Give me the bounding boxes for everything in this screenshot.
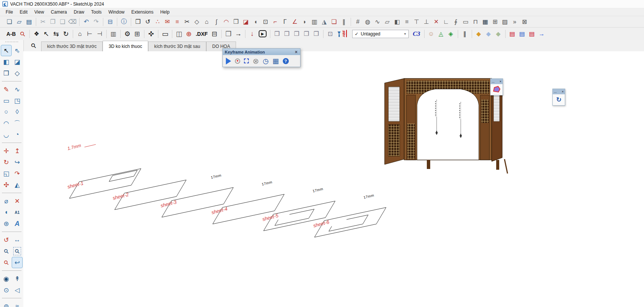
keyframe-palette-titlebar[interactable]: Keyframe Animation × xyxy=(223,49,300,55)
orbit-tool-button[interactable]: ↻ xyxy=(556,96,561,104)
position-camera-tool[interactable]: ◉ xyxy=(1,273,12,284)
scale-tool[interactable]: ◱ xyxy=(1,168,12,179)
axes-box-4-button[interactable]: ❒ xyxy=(302,29,311,38)
3d-model-partition[interactable] xyxy=(385,78,508,173)
zoom-window-tool[interactable]: ⚲ xyxy=(12,246,23,257)
line-tool[interactable]: ✎ xyxy=(1,84,12,95)
two-point-arc-tool[interactable]: ⌒ xyxy=(12,118,23,129)
plugin-hatch-icon[interactable]: ▨ xyxy=(500,17,510,26)
tag-tool[interactable]: ◇ xyxy=(12,68,23,79)
plugin-shape-icon[interactable]: ⌂ xyxy=(202,17,212,26)
rotated-rectangle-tool[interactable]: ◳ xyxy=(12,95,23,106)
paint-bucket-tool[interactable]: ◧ xyxy=(1,56,12,68)
export-video-button[interactable]: ▦ xyxy=(272,58,279,64)
arc-tool[interactable]: ◠ xyxy=(1,118,12,129)
menu-file[interactable]: File xyxy=(2,9,16,15)
rect-tool-button[interactable]: ▭ xyxy=(160,29,170,38)
axes-tool[interactable]: ✣ xyxy=(1,179,12,190)
cancel-button[interactable]: ⊗ xyxy=(253,57,259,65)
3d-text-tool[interactable]: A xyxy=(12,218,23,229)
polygon-tool[interactable]: ◊ xyxy=(12,106,23,118)
plugin-slats-icon[interactable]: # xyxy=(353,17,363,26)
plugin-louver-icon[interactable]: » xyxy=(510,17,520,26)
dimension-tool[interactable]: ✕ xyxy=(12,195,23,207)
walk-tool[interactable]: ↟ xyxy=(12,273,23,284)
red-crosshair-button[interactable]: ⊕ xyxy=(184,29,194,38)
lasso-select-tool[interactable]: ⇖ xyxy=(12,45,23,56)
cube-blue-button[interactable]: ◆ xyxy=(484,29,494,38)
cube-green-button[interactable]: ◆ xyxy=(494,29,503,38)
plugin-stairs-icon[interactable]: ∟ xyxy=(441,17,451,26)
tab-kich-thuoc-3d-mat-sau[interactable]: kích thước 3D mặt sau xyxy=(148,41,206,51)
eraser-tool[interactable]: ◪ xyxy=(12,56,23,68)
menu-extensions[interactable]: Extensions xyxy=(128,9,157,15)
plugin-drop-icon[interactable]: ⊥ xyxy=(422,17,431,26)
open-file-button[interactable]: ▱ xyxy=(14,17,24,26)
tab-kich-thuoc-3d-mat-truoc[interactable]: kich thước 3D mặt trước xyxy=(41,41,103,51)
plugin-screen-icon[interactable]: ▭ xyxy=(461,17,471,26)
menu-edit[interactable]: Edit xyxy=(16,9,31,15)
search-icon[interactable]: ⚲ xyxy=(26,42,41,50)
plugin-note-icon[interactable]: ❒ xyxy=(133,17,143,26)
axes-box-3-button[interactable]: ❒ xyxy=(292,29,302,38)
plugin-spiral-icon[interactable]: ∮ xyxy=(451,17,461,26)
copy-button[interactable]: ❐ xyxy=(48,17,58,26)
swap-arrows-button[interactable]: ⇆ xyxy=(51,29,61,38)
rotate-cw-button[interactable]: ↻ xyxy=(61,29,71,38)
redo-button[interactable]: ↷ xyxy=(91,17,101,26)
download-red-button[interactable]: ↓ xyxy=(247,29,257,38)
plugin-dome-icon[interactable]: ◖ xyxy=(251,17,261,26)
abf-tag-button[interactable]: ❖ xyxy=(32,29,41,38)
close-icon[interactable]: × xyxy=(562,90,564,94)
flip-tool[interactable]: ◭ xyxy=(12,179,23,190)
plugin-frame-icon[interactable]: ⊓ xyxy=(471,17,480,26)
play-export-button[interactable]: ▶ xyxy=(259,30,267,37)
plugin-cylinder-grid-icon[interactable]: ▥ xyxy=(310,17,319,26)
push-pull-tool[interactable]: ↥ xyxy=(12,145,23,157)
plugin-sail-icon[interactable]: ◮ xyxy=(319,17,329,26)
cutlist-table-button[interactable]: ⊞ xyxy=(132,29,142,38)
green-drop-button[interactable]: ◬ xyxy=(436,29,446,38)
close-icon[interactable]: × xyxy=(294,49,298,55)
plugin-box-cut-icon[interactable]: ❒ xyxy=(231,17,241,26)
menu-help[interactable]: Help xyxy=(157,9,173,15)
tags-dropdown[interactable]: ✓ Untagged ▾ xyxy=(352,30,409,38)
layer-s-blue-button[interactable]: ▤ xyxy=(517,29,527,38)
layer-s-arrow-button[interactable]: → xyxy=(537,29,547,38)
cut-button[interactable]: ✂ xyxy=(38,17,48,26)
menu-camera[interactable]: Camera xyxy=(48,9,71,15)
fog-tool[interactable]: ≈ xyxy=(12,301,23,307)
mini-palette-titlebar[interactable]: ... × xyxy=(553,89,565,94)
offset-tool[interactable]: ↷ xyxy=(12,168,23,179)
print-button[interactable]: ⊟ xyxy=(105,17,115,26)
plugin-bend-icon[interactable]: ∫ xyxy=(212,17,221,26)
layer-s-red2-button[interactable]: ▤ xyxy=(527,29,537,38)
plugin-thicken-icon[interactable]: ◗ xyxy=(300,17,310,26)
rectangle-tool[interactable]: ▭ xyxy=(1,95,12,106)
plugin-screw-icon[interactable]: ⊤ xyxy=(412,17,422,26)
move-tool[interactable]: ✛ xyxy=(1,145,12,157)
move-point-button[interactable]: ✜ xyxy=(146,29,156,38)
plugin-face-knife-icon[interactable]: ◪ xyxy=(241,17,251,26)
small-box-button[interactable]: ⊡ xyxy=(325,29,335,38)
axes-box-1-button[interactable]: ❒ xyxy=(272,29,282,38)
stopwatch-button[interactable]: ◷ xyxy=(263,58,269,64)
erase-button[interactable]: ⌫ xyxy=(67,17,77,26)
plugin-chain-icon[interactable]: ∿ xyxy=(373,17,382,26)
three-point-arc-tool[interactable]: ◡ xyxy=(1,129,12,140)
align-edge-2-button[interactable]: ⊣ xyxy=(95,29,104,38)
undo-button[interactable]: ↶ xyxy=(81,17,91,26)
previous-view-tool[interactable]: ↩ xyxy=(12,257,23,268)
red-zoom-button[interactable]: ⚲ xyxy=(16,27,29,40)
plugin-wall-panel-icon[interactable]: ▦ xyxy=(480,17,490,26)
box-export-button[interactable]: ❒ xyxy=(224,29,233,38)
flip-face-button[interactable]: ⌂ xyxy=(75,29,85,38)
plugin-flatten-icon[interactable]: ❏ xyxy=(329,17,339,26)
axes-box-2-button[interactable]: ❒ xyxy=(282,29,292,38)
section-tool[interactable]: ◁ xyxy=(12,284,23,296)
protractor-tool[interactable]: ◖ xyxy=(1,207,12,218)
rotate-tool[interactable]: ↻ xyxy=(1,157,12,168)
arrow-right-button[interactable]: → xyxy=(233,29,243,38)
circle-tool[interactable]: ○ xyxy=(1,106,12,118)
align-edge-button[interactable]: ⊢ xyxy=(85,29,95,38)
